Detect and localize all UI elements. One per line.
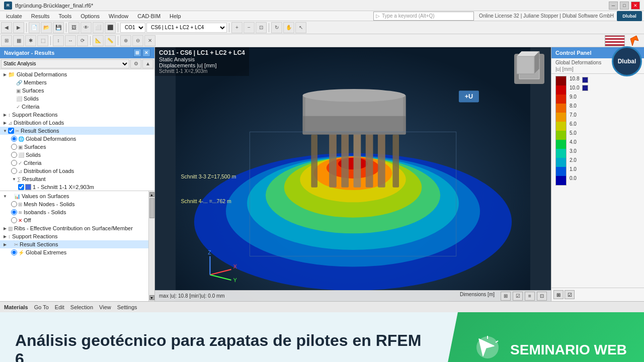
tree-rs-criteria[interactable]: ✓ Criteria <box>0 159 154 167</box>
render-btn[interactable]: 🖼 <box>68 22 79 33</box>
status-btn3[interactable]: ≡ <box>525 292 535 301</box>
tree-rs-distribution-loads[interactable]: ⊿ Distribution of Loads <box>0 167 154 175</box>
mat-goto[interactable]: Go To <box>34 304 49 310</box>
tb2-btn8[interactable]: 📐 <box>93 35 104 46</box>
tree-support-reactions[interactable]: ▶ ↕ Support Reactions <box>0 111 154 119</box>
tree-solids[interactable]: ⬜ Solids <box>0 95 154 103</box>
solid-btn[interactable]: ⬛ <box>105 22 116 33</box>
global-extremes-radio[interactable] <box>11 249 17 255</box>
menu-results[interactable]: Results <box>27 12 54 20</box>
isobands-radio[interactable] <box>11 209 17 215</box>
nav-settings-btn[interactable]: ⚙ <box>130 59 141 68</box>
tb2-btn10[interactable]: ⊕ <box>120 35 131 46</box>
tree-rs-global-deformations[interactable]: 🌐 Global Deformations <box>0 135 154 143</box>
tree-ribs[interactable]: ▶ ▥ Ribs - Effective Contribution on Sur… <box>0 224 148 232</box>
tree-off[interactable]: ✕ Off <box>0 216 148 224</box>
mesh-nodes-radio[interactable] <box>11 201 17 207</box>
orientation-cube[interactable] <box>512 51 547 86</box>
menu-window[interactable]: Window <box>105 12 132 20</box>
cp-btn2[interactable]: ☑ <box>565 290 575 299</box>
tree-support-reactions2[interactable]: ▶ ↕ Support Reactions <box>0 232 148 240</box>
nav-scrollbar[interactable]: ▲ ▼ <box>148 191 154 301</box>
tree-global-deformations[interactable]: ▶ 📁 Global Deformations <box>0 70 154 78</box>
tree-criteria[interactable]: ✓ Criteria <box>0 103 154 111</box>
tb2-btn1[interactable]: ⊞ <box>1 35 12 46</box>
zoom-out-btn[interactable]: − <box>244 22 255 33</box>
view-btn[interactable]: 👁 <box>80 22 92 33</box>
rs-solids-radio[interactable] <box>11 152 17 158</box>
tb2-btn4[interactable]: ⬚ <box>37 35 48 46</box>
rs-surfaces-radio[interactable] <box>11 144 17 150</box>
tb2-btn2[interactable]: ▦ <box>13 35 24 46</box>
off-radio[interactable] <box>11 217 17 223</box>
status-btn2[interactable]: ☑ <box>513 292 523 301</box>
tree-values-on-surfaces[interactable]: ▼ 📊 Values on Surfaces <box>0 192 148 200</box>
tree-global-extremes[interactable]: ⚡ Global Extremes <box>0 248 148 256</box>
open-btn[interactable]: 📂 <box>41 22 52 33</box>
rotate-btn[interactable]: ↻ <box>271 22 282 33</box>
cs-selector[interactable]: CS6 | LC1 + LC2 + LC4 <box>146 23 227 33</box>
scroll-down-btn[interactable]: ▼ <box>149 295 154 300</box>
maximize-button[interactable]: □ <box>620 2 629 10</box>
mat-settings[interactable]: Settings <box>117 304 137 310</box>
toolbar-row2: ⊞ ▦ ✱ ⬚ ↕ ↔ ⟳ 📐 📏 ⊕ ⊖ ✕ <box>0 34 644 47</box>
section1-checkbox[interactable] <box>18 184 24 190</box>
rs-surfaces-label: Surfaces <box>24 144 46 150</box>
status-btn1[interactable]: ⊞ <box>501 292 511 301</box>
menu-help[interactable]: Help <box>166 12 185 20</box>
zoom-in-btn[interactable]: + <box>231 22 243 33</box>
rs-global-def-radio[interactable] <box>11 136 17 142</box>
save-btn[interactable]: 💾 <box>53 22 64 33</box>
menu-cadbim[interactable]: CAD·BIM <box>133 12 165 20</box>
forward-btn[interactable]: ▶ <box>13 22 24 33</box>
tree-rs-surfaces[interactable]: ▣ Surfaces <box>0 143 154 151</box>
co-selector[interactable]: CO11 <box>120 23 145 33</box>
members-label: Members <box>24 79 47 85</box>
tree-members[interactable]: 🔗 Members <box>0 78 154 86</box>
tb2-btn11[interactable]: ⊖ <box>132 35 143 46</box>
keyword-search[interactable]: ▷ Type a keyword (Alt+Q) <box>373 12 474 21</box>
cp-btn1[interactable]: ⊞ <box>553 290 564 299</box>
fit-btn[interactable]: ⊡ <box>256 22 267 33</box>
wireframe-btn[interactable]: ⬜ <box>93 22 104 33</box>
scroll-up-btn[interactable]: ▲ <box>149 192 154 197</box>
nav-undock-btn[interactable]: ⊞ <box>133 49 141 57</box>
mat-selection[interactable]: Selection <box>70 304 93 310</box>
tree-resultant[interactable]: ▼ ∑ Resultant <box>0 175 154 183</box>
close-button[interactable]: ✕ <box>631 2 640 10</box>
tb2-btn5[interactable]: ↕ <box>53 35 64 46</box>
pan-btn[interactable]: ✋ <box>283 22 294 33</box>
rs-criteria-radio[interactable] <box>11 160 17 166</box>
minimize-button[interactable]: ─ <box>609 2 618 10</box>
tb2-btn3[interactable]: ✱ <box>25 35 36 46</box>
back-btn[interactable]: ◀ <box>1 22 12 33</box>
tree-isobands[interactable]: ≋ Isobands - Solids <box>0 208 148 216</box>
tree-mesh-nodes[interactable]: ⊞ Mesh Nodes - Solids <box>0 200 148 208</box>
result-sections-checkbox[interactable] <box>8 128 14 134</box>
tb2-btn12[interactable]: ✕ <box>144 35 155 46</box>
mat-edit[interactable]: Edit <box>55 304 64 310</box>
scroll-thumb[interactable] <box>149 198 154 218</box>
nav-close-btn[interactable]: ✕ <box>142 49 150 57</box>
tb2-btn6[interactable]: ↔ <box>65 35 76 46</box>
mat-view[interactable]: View <box>99 304 111 310</box>
tb2-btn7[interactable]: ⟳ <box>77 35 88 46</box>
menu-tools[interactable]: Tools <box>54 12 75 20</box>
menu-options[interactable]: Options <box>76 12 104 20</box>
rs-distrib-radio[interactable] <box>11 168 17 174</box>
analysis-selector[interactable]: Static Analysis <box>1 59 129 68</box>
viewport[interactable]: CO11 - CS6 | LC1 + LC2 + LC4 Static Anal… <box>155 47 551 301</box>
tree-surfaces[interactable]: ▣ Surfaces <box>0 86 154 95</box>
tb2-btn9[interactable]: 📏 <box>105 35 116 46</box>
mesh-nodes-label: Mesh Nodes - Solids <box>24 201 75 207</box>
tree-distribution-loads[interactable]: ▶ ⊿ Distribution of Loads <box>0 119 154 127</box>
new-btn[interactable]: 📄 <box>29 22 40 33</box>
tree-result-sections[interactable]: ▼ ✂ Result Sections <box>0 127 154 135</box>
status-btn4[interactable]: ⊡ <box>537 292 547 301</box>
tree-section-1[interactable]: 1 - Schnitt 1-1 X=2,903m <box>0 183 154 191</box>
tree-rs-solids[interactable]: ⬜ Solids <box>0 151 154 159</box>
select-btn[interactable]: ↖ <box>295 22 306 33</box>
tree-result-sections2[interactable]: ▶ ✂ Result Sections <box>0 240 148 248</box>
menu-iculate[interactable]: iculate <box>2 12 26 20</box>
nav-scroll-up-btn[interactable]: ▲ <box>142 59 153 68</box>
